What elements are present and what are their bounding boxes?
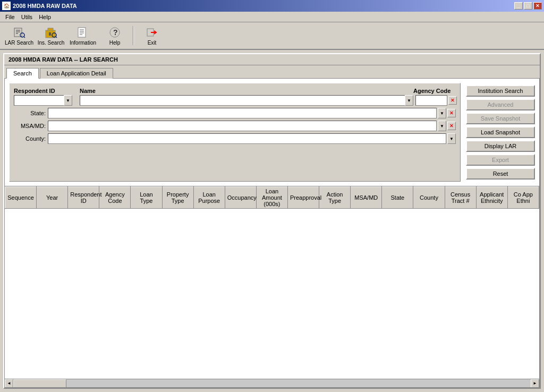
col-respondent-id: Respondent ID bbox=[68, 187, 99, 209]
tab-content: Respondent ID Name Agency Code ▼ bbox=[4, 78, 540, 388]
msamd-dropdown-arrow[interactable]: ▼ bbox=[438, 121, 446, 131]
svg-rect-0 bbox=[14, 28, 22, 37]
toolbar-help[interactable]: ? Help bbox=[100, 24, 130, 47]
display-lar-button[interactable]: Display LAR bbox=[466, 140, 535, 152]
main-title: 2008 HMDA RAW DATA -- LAR SEARCH bbox=[8, 56, 118, 63]
col-year: Year bbox=[37, 187, 68, 209]
table-area: Sequence Year Respondent ID Agency Code … bbox=[5, 186, 539, 379]
agency-code-clear-btn[interactable] bbox=[448, 96, 457, 105]
toolbar-exit[interactable]: Exit bbox=[137, 24, 167, 47]
scroll-thumb[interactable] bbox=[13, 379, 66, 388]
state-row: State: ▼ bbox=[14, 108, 456, 118]
state-label: State: bbox=[14, 110, 46, 116]
col-msamd: MSA/MD bbox=[351, 187, 382, 209]
window-controls: _ □ ✕ bbox=[514, 2, 542, 10]
county-select[interactable] bbox=[48, 133, 446, 144]
advanced-button[interactable]: Advanced bbox=[466, 99, 535, 110]
institution-search-button[interactable]: Institution Search bbox=[466, 85, 535, 97]
information-label: Information bbox=[70, 40, 96, 46]
col-sequence: Sequence bbox=[5, 187, 37, 209]
col-loan-type: Loan Type bbox=[131, 187, 162, 209]
respondent-name-agency-row: ▼ ▼ bbox=[14, 95, 456, 106]
county-dropdown-arrow[interactable]: ▼ bbox=[447, 133, 456, 144]
col-loan-amount: Loan Amount (000s) bbox=[256, 187, 287, 209]
scroll-track[interactable] bbox=[13, 379, 531, 388]
reset-button[interactable]: Reset bbox=[466, 168, 535, 180]
state-select[interactable] bbox=[48, 108, 437, 118]
close-button[interactable]: ✕ bbox=[533, 2, 542, 10]
tab-loan-application-detail[interactable]: Loan Application Detail bbox=[40, 68, 113, 79]
col-county: County bbox=[413, 187, 445, 209]
tab-bar: Search Loan Application Detail bbox=[4, 65, 540, 78]
export-button[interactable]: Export bbox=[466, 154, 535, 166]
save-snapshot-button[interactable]: Save Snapshot bbox=[466, 113, 535, 124]
col-agency-code: Agency Code bbox=[99, 187, 131, 209]
agency-code-input[interactable] bbox=[415, 95, 447, 106]
col-loan-purpose: Loan Purpose bbox=[193, 187, 225, 209]
ins-search-label: Ins. Search bbox=[38, 40, 65, 46]
title-bar: 🏠 2008 HMDA RAW DATA _ □ ✕ bbox=[0, 0, 544, 12]
horizontal-scrollbar[interactable]: ◄ ► bbox=[5, 379, 539, 387]
svg-text:?: ? bbox=[113, 28, 118, 37]
toolbar: LAR Search Ins. Search Information bbox=[0, 22, 544, 50]
name-header: Name bbox=[78, 88, 413, 94]
col-preapproval: Preapproval bbox=[287, 187, 319, 209]
svg-rect-8 bbox=[49, 32, 51, 36]
minimize-button[interactable]: _ bbox=[514, 2, 523, 10]
load-snapshot-button[interactable]: Load Snapshot bbox=[466, 126, 535, 138]
toolbar-lar-search[interactable]: LAR Search bbox=[4, 24, 34, 47]
window-title-bar: 2008 HMDA RAW DATA -- LAR SEARCH bbox=[4, 54, 540, 65]
col-co-app-ethnicity: Co App Ethni bbox=[507, 187, 539, 209]
respondent-id-select[interactable] bbox=[14, 95, 72, 106]
county-row: County: ▼ bbox=[14, 133, 456, 144]
menu-utils[interactable]: Utils bbox=[18, 13, 36, 21]
msamd-row: MSA/MD: ▼ bbox=[14, 121, 456, 131]
agency-code-header: Agency Code bbox=[413, 88, 456, 94]
county-select-wrap: ▼ bbox=[48, 133, 456, 144]
help-label: Help bbox=[109, 40, 121, 46]
toolbar-ins-search[interactable]: Ins. Search bbox=[36, 24, 66, 47]
svg-rect-7 bbox=[48, 28, 53, 31]
msamd-select-wrap: ▼ bbox=[48, 121, 446, 131]
respondent-id-select-wrap: ▼ bbox=[14, 95, 72, 106]
state-dropdown-arrow[interactable]: ▼ bbox=[438, 108, 446, 118]
form-section: Respondent ID Name Agency Code ▼ bbox=[9, 83, 461, 182]
agency-code-wrap bbox=[413, 95, 456, 106]
col-property-type: Property Type bbox=[162, 187, 193, 209]
col-action-type: Action Type bbox=[319, 187, 351, 209]
tab-search[interactable]: Search bbox=[6, 68, 39, 79]
msamd-clear-btn[interactable] bbox=[447, 122, 456, 130]
lar-search-icon bbox=[13, 26, 26, 39]
window-title: 2008 HMDA RAW DATA bbox=[13, 3, 77, 9]
state-select-wrap: ▼ bbox=[48, 108, 446, 118]
respondent-id-header: Respondent ID bbox=[14, 88, 78, 94]
msamd-label: MSA/MD: bbox=[14, 123, 46, 129]
name-select-wrap: ▼ bbox=[80, 95, 413, 106]
form-headers: Respondent ID Name Agency Code bbox=[14, 88, 456, 94]
name-wrap: ▼ bbox=[78, 95, 413, 106]
svg-rect-11 bbox=[78, 28, 86, 37]
msamd-select[interactable] bbox=[48, 121, 437, 131]
main-container: 2008 HMDA RAW DATA -- LAR SEARCH Search … bbox=[0, 50, 544, 392]
state-wrap: ▼ bbox=[46, 108, 456, 118]
table-header-row: Sequence Year Respondent ID Agency Code … bbox=[5, 187, 539, 209]
data-table: Sequence Year Respondent ID Agency Code … bbox=[5, 186, 539, 209]
name-select[interactable] bbox=[80, 95, 413, 106]
scroll-right-button[interactable]: ► bbox=[531, 379, 539, 388]
col-occupancy: Occupancy bbox=[225, 187, 256, 209]
scroll-left-button[interactable]: ◄ bbox=[5, 379, 13, 388]
msamd-wrap: ▼ bbox=[46, 121, 456, 131]
buttons-panel: Institution Search Advanced Save Snapsho… bbox=[466, 83, 535, 182]
information-icon bbox=[76, 26, 89, 39]
state-clear-btn[interactable] bbox=[447, 109, 456, 117]
col-census-tract: Census Tract # bbox=[445, 187, 476, 209]
toolbar-information[interactable]: Information bbox=[68, 24, 98, 47]
menu-help[interactable]: Help bbox=[36, 13, 54, 21]
menu-file[interactable]: File bbox=[2, 13, 18, 21]
county-wrap: ▼ bbox=[46, 133, 456, 144]
help-icon: ? bbox=[108, 26, 121, 39]
window-panel: 2008 HMDA RAW DATA -- LAR SEARCH Search … bbox=[3, 53, 541, 389]
lar-search-label: LAR Search bbox=[5, 40, 33, 46]
svg-line-10 bbox=[56, 37, 57, 38]
maximize-button[interactable]: □ bbox=[524, 2, 532, 10]
